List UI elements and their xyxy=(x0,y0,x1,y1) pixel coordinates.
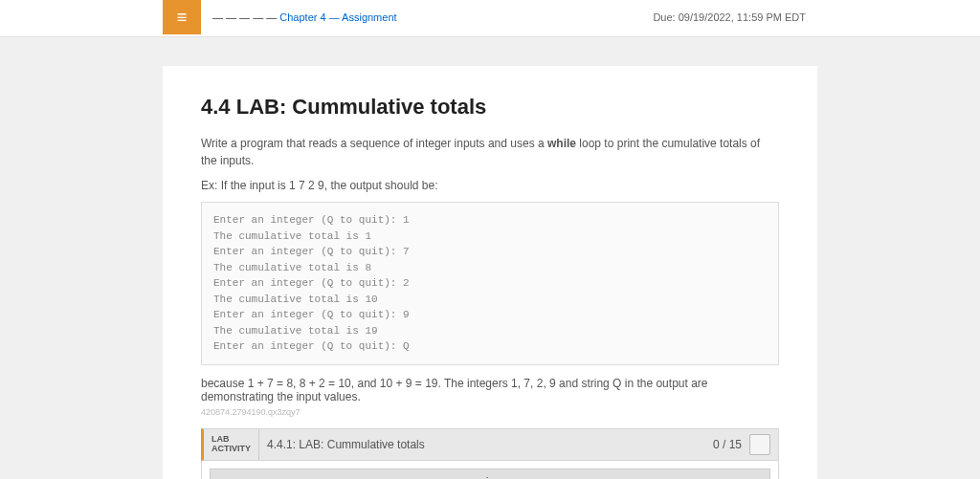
breadcrumb-prefix: — — — — — xyxy=(212,11,279,23)
activity-id: 420874.2794190.qx3zqy7 xyxy=(201,407,779,417)
expand-icon[interactable] xyxy=(749,434,770,455)
desc-pre: Write a program that reads a sequence of… xyxy=(201,137,547,150)
chapter-link[interactable]: Chapter 4 — Assignment xyxy=(279,11,396,23)
page-title: 4.4 LAB: Cummulative totals xyxy=(201,95,779,120)
lab-badge: LAB ACTIVITY xyxy=(204,435,258,454)
problem-description: Write a program that reads a sequence of… xyxy=(201,135,779,169)
assignment-breadcrumb: — — — — — Chapter 4 — Assignment xyxy=(201,11,653,23)
editor-container: main.py 1 Loading latest submission... xyxy=(201,461,779,480)
lab-badge-line2: ACTIVITY xyxy=(212,445,251,454)
due-date: Due: 09/19/2022, 11:59 PM EDT xyxy=(653,11,817,23)
explanation-text: because 1 + 7 = 8, 8 + 2 = 10, and 10 + … xyxy=(201,377,779,403)
desc-bold: while xyxy=(547,137,576,150)
lab-score: 0 / 15 xyxy=(705,438,749,451)
assignment-banner: ≡ — — — — — Chapter 4 — Assignment Due: … xyxy=(0,0,980,37)
file-tab[interactable]: main.py xyxy=(210,468,770,480)
lab-title: 4.4.1: LAB: Cummulative totals xyxy=(258,429,705,460)
assignment-icon: ≡ xyxy=(163,0,201,34)
sample-output-block: Enter an integer (Q to quit): 1 The cumu… xyxy=(201,202,779,365)
lab-activity-bar: LAB ACTIVITY 4.4.1: LAB: Cummulative tot… xyxy=(201,428,779,461)
example-intro: Ex: If the input is 1 7 2 9, the output … xyxy=(201,179,779,192)
content-card: 4.4 LAB: Cummulative totals Write a prog… xyxy=(163,66,817,479)
